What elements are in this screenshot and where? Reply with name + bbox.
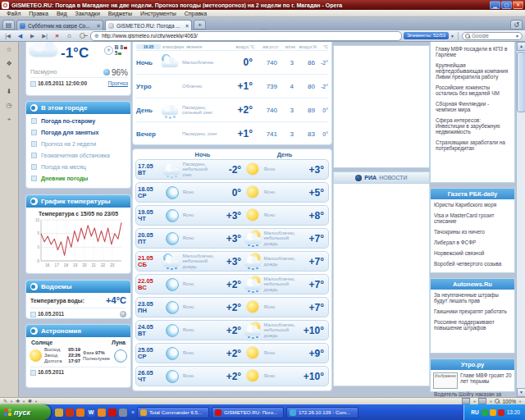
menu-Вид[interactable]: Вид [53, 11, 71, 16]
forecast-row[interactable]: 18.05СРЯсно0°Ясно+5° [135, 182, 329, 203]
bookmarks-icon[interactable]: ☆ [2, 44, 16, 56]
news-item[interactable]: Страховщики заработали на потребкредитах [432, 137, 513, 153]
today-row[interactable]: ВечерПасмурно, снег+1°7413830° [136, 121, 328, 145]
forecast-row[interactable]: 19.05ЧТЯсно+3°Ясно+8° [135, 205, 329, 226]
notes-icon[interactable]: ✎ [2, 72, 16, 84]
city-link[interactable]: Прогноз на 2 недели [31, 141, 127, 147]
menu-Файл[interactable]: Файл [3, 11, 24, 16]
forecast-row[interactable]: 17.05ВТПасмурно, небольшой снег-2°Ясно+3… [135, 159, 329, 180]
tray-icon[interactable] [490, 409, 496, 416]
city-link[interactable]: Погода по-старому [31, 118, 127, 124]
history-icon[interactable]: ◷ [2, 100, 16, 112]
elements-dropdown-icon[interactable]: ▼ [450, 34, 454, 39]
news-item[interactable]: Водитель Шойгу наказан за хамство на дор… [431, 389, 514, 397]
tray-icon[interactable] [482, 409, 488, 416]
close-button[interactable]: ✕ [513, 1, 523, 9]
panels-toggle-button[interactable]: ▤ [2, 20, 15, 30]
quick-launch-icon[interactable] [108, 409, 116, 417]
today-row[interactable]: ДеньПасмурно, сильный снег+2°7403890° [136, 98, 328, 121]
page-scrollbar[interactable]: ▲ ▼ [516, 42, 525, 397]
news-item[interactable]: Норвежский связной [431, 248, 514, 258]
info-icon[interactable]: ? [120, 311, 126, 317]
menu-Виджеты[interactable]: Виджеты [105, 11, 135, 16]
add-panel-icon[interactable]: + [2, 114, 16, 126]
news-item[interactable]: Visa и MasterCard грозит списание [431, 210, 514, 226]
forecast-row[interactable]: 21.05СБМалооблачно, небольшой дождь+3°Ма… [135, 251, 329, 272]
forecast-row[interactable]: 24.05ВТЯсно+2°Малооблачно, небольшой дож… [135, 320, 329, 340]
address-bar[interactable]: ⊕ [90, 31, 402, 41]
today-row[interactable]: НочьМалооблачно0°740386-2° [136, 50, 328, 74]
forward-button[interactable]: ▶ [27, 31, 38, 40]
search-engine-dropdown-icon[interactable]: ▼ [515, 34, 519, 39]
quick-launch-icon[interactable] [119, 409, 127, 417]
start-button[interactable]: пуск [0, 404, 51, 420]
news-item[interactable]: Сфера интересов: Инвестиции в зарубежную… [432, 115, 513, 137]
rewind-button[interactable]: |◀ [2, 31, 13, 40]
fit-width-icon[interactable] [478, 398, 486, 404]
news-item[interactable]: Юристы Карибского моря [431, 199, 514, 210]
minimize-button[interactable]: ▁ [490, 1, 500, 9]
browser-tab[interactable]: Субботник на озере Со...× [16, 20, 103, 30]
status-settings-button[interactable]: ✱ [28, 398, 32, 404]
search-box[interactable]: ▼ [462, 32, 523, 40]
quick-launch-icon[interactable] [55, 409, 63, 417]
task-button[interactable]: Total Commander 6.5... [137, 407, 209, 418]
city-link[interactable]: Погода на месяц [31, 164, 127, 170]
forecast-row[interactable]: 25.05СРЯсно+2°Ясно+9° [135, 343, 329, 363]
tab-close-icon[interactable]: × [97, 23, 100, 29]
news-item[interactable]: Главу МВФ посадили в КПЗ в Гарлеме [432, 43, 513, 60]
tab-close-icon[interactable]: × [185, 23, 189, 29]
news-item[interactable]: Гаишники прекратят работать [431, 306, 514, 317]
fast-forward-button[interactable]: ▶| [39, 31, 50, 40]
elements-progress-badge[interactable]: Элементы: 52/53 [404, 32, 449, 39]
news-item[interactable]: За неуплаченные штрафы будут лишать прав [431, 290, 514, 306]
closed-tabs-button[interactable]: ↺ [510, 20, 523, 30]
menu-Правка[interactable]: Правка [25, 11, 52, 16]
city-link[interactable]: Дневник погоды [31, 176, 127, 181]
tray-icon[interactable] [498, 409, 504, 416]
status-edit-button[interactable]: ✎ [3, 398, 7, 404]
today-row[interactable]: УтроОблачно+1°739480-2° [136, 74, 328, 98]
scroll-down-icon[interactable]: ▼ [517, 388, 525, 397]
language-indicator[interactable]: RU [471, 409, 478, 415]
browser-tab[interactable]: GISMETEO.RU: Погода ...× [105, 20, 192, 30]
forecast-row[interactable]: 22.05ВСЯсно+2°Малооблачно, небольшой дож… [135, 274, 329, 294]
scrollbar-thumb[interactable] [517, 52, 525, 112]
address-input[interactable] [102, 33, 398, 39]
utro-lead-link[interactable]: Главе МВФ грозят 20 лет тюрьмы [460, 372, 512, 389]
new-tab-button[interactable]: + [194, 20, 206, 30]
quick-launch-icon[interactable] [98, 409, 106, 417]
scroll-up-icon[interactable]: ▲ [517, 42, 525, 51]
menu-Закладки[interactable]: Закладки [72, 11, 103, 16]
menu-Инструменты[interactable]: Инструменты [137, 11, 180, 16]
search-input[interactable] [472, 33, 514, 39]
quick-launch-icon[interactable]: W [87, 409, 95, 417]
ria-novosti-header[interactable]: РИАНОВОСТИ [333, 171, 430, 184]
forecast-row[interactable]: 26.05ЧТЯсно+2°Ясно+10° [135, 366, 329, 386]
news-item[interactable]: Российские хоккеисты остались без медале… [432, 82, 513, 98]
quick-launch-icon[interactable] [66, 409, 74, 417]
city-link[interactable]: Геомагнитная обстановка [31, 153, 127, 158]
widgets-icon[interactable]: ❖ [2, 58, 16, 70]
news-item[interactable]: Россияне поддерживают повышение штрафов [431, 317, 514, 333]
news-item[interactable]: Либерал в ФСФР [431, 237, 514, 248]
status-hand-button[interactable]: ✚ [16, 398, 20, 404]
transfers-icon[interactable]: ⬇ [2, 86, 16, 98]
news-item[interactable]: Тачокрины из ничего [431, 226, 514, 237]
zoom-level[interactable]: 100% [502, 399, 516, 404]
back-button[interactable]: ◀ [15, 31, 25, 40]
maximize-button[interactable]: ▢ [501, 1, 512, 9]
forecast-row[interactable]: 20.05ПТЯсно+3°Малооблачно, небольшой дож… [135, 228, 329, 249]
quick-launch-icon[interactable] [76, 409, 84, 417]
city-link[interactable]: Погода для занятых [31, 130, 127, 135]
news-item[interactable]: Воробей четвертого созыва [431, 258, 514, 269]
task-button[interactable]: GISMETEO.RU: Пого... [212, 407, 284, 418]
task-button[interactable]: 172.26.10.139 - Com... [286, 407, 358, 418]
menu-Справка[interactable]: Справка [181, 11, 210, 16]
images-toggle-icon[interactable] [462, 398, 470, 404]
forecast-link[interactable]: Прогноз [108, 80, 128, 86]
home-button[interactable]: ⌂ [64, 31, 75, 40]
stop-button[interactable]: × [52, 31, 62, 40]
news-item[interactable]: Крупнейшая нефтедобывающая компания Ливи… [432, 60, 513, 82]
forecast-row[interactable]: 23.05ПНЯсно+2°Ясно+7° [135, 297, 329, 317]
